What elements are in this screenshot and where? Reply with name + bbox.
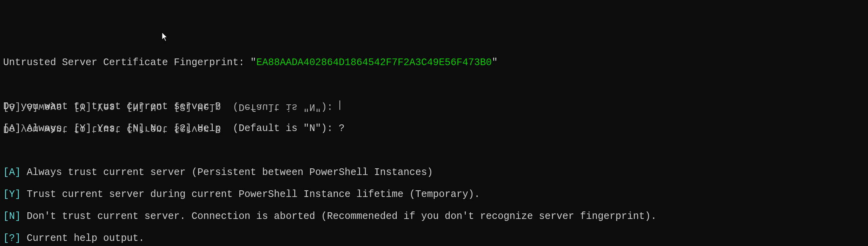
reflected-cursor — [339, 100, 340, 110]
quote-open: " — [250, 57, 256, 68]
terminal-output: Untrusted Server Certificate Fingerprint… — [3, 46, 865, 246]
help-key-q: [?] — [3, 233, 21, 244]
help-text-y: Trust current server during current Powe… — [21, 189, 480, 200]
help-key-a: [A] — [3, 167, 21, 178]
mouse-cursor-icon — [162, 32, 169, 42]
quote-close: " — [492, 57, 498, 68]
reflected-question: Do you want to trust current server ? — [3, 123, 340, 134]
help-text-n: Don't trust current server. Connection i… — [21, 211, 656, 222]
help-line-yes: [Y] Trust current server during current … — [3, 189, 865, 200]
help-line-always: [A] Always trust current server (Persist… — [3, 167, 865, 178]
blank-line — [3, 145, 865, 156]
fingerprint-line: Untrusted Server Certificate Fingerprint… — [3, 57, 865, 68]
reflected-options: [A] Always [Y] Yes [N] No [?] Help (Defa… — [3, 101, 340, 112]
help-line-no: [N] Don't trust current server. Connecti… — [3, 211, 865, 222]
fingerprint-value: EA88AADA402864D1864542F7F2A3C49E56F473B0 — [256, 57, 492, 68]
reflected-options-text: [A] Always [Y] Yes [N] No [?] Help (Defa… — [3, 101, 339, 113]
help-text-q: Current help output. — [21, 233, 144, 244]
help-text-a: Always trust current server (Persistent … — [21, 167, 433, 178]
help-line-help: [?] Current help output. — [3, 233, 865, 244]
blank-line — [3, 79, 865, 90]
terminal-reflection: Do you want to trust current server ? [A… — [3, 90, 340, 145]
fingerprint-label: Untrusted Server Certificate Fingerprint… — [3, 57, 250, 68]
help-key-y: [Y] — [3, 189, 21, 200]
help-key-n: [N] — [3, 211, 21, 222]
